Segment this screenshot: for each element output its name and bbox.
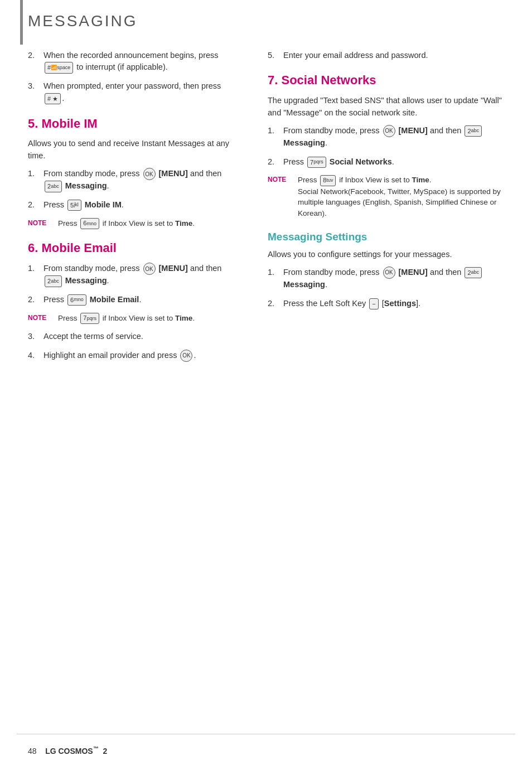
- step-number: 3.: [28, 80, 43, 93]
- intro-steps: 2. When the recorded announcement begins…: [28, 50, 240, 105]
- step-item: 2. When the recorded announcement begins…: [28, 50, 240, 74]
- step-number: 5.: [268, 50, 283, 62]
- mobile-email-note: NOTE Press 7 pqrs if Inbox View is set t…: [28, 313, 240, 324]
- step-number: 1.: [28, 263, 43, 275]
- key-2abc: 2 abc: [45, 181, 62, 192]
- note-content: Press 8 tuv if Inbox View is set to Time…: [298, 175, 515, 219]
- step-content: Enter your email address and password.: [283, 50, 515, 62]
- step-item: 4. Highlight an email provider and press…: [28, 350, 240, 362]
- step-content: Accept the terms of service.: [43, 331, 240, 343]
- step-item: 1. From standby mode, press OK [MENU] an…: [28, 168, 240, 192]
- left-accent-bar: [20, 0, 23, 45]
- step-number: 2.: [28, 294, 43, 306]
- step-number: 1.: [268, 267, 283, 279]
- hash-star-key: # 📶space: [45, 62, 73, 74]
- main-content: 2. When the recorded announcement begins…: [0, 44, 532, 380]
- section-heading-mobile-email: 6. Mobile Email: [28, 239, 240, 257]
- step-number: 3.: [28, 331, 43, 343]
- step-number: 2.: [268, 298, 283, 310]
- key-7pqrs: 7 pqrs: [80, 313, 99, 324]
- social-networks-note: NOTE Press 8 tuv if Inbox View is set to…: [268, 175, 515, 219]
- step-item: 2. Press 5 jkl Mobile IM.: [28, 199, 240, 211]
- ok-key: OK: [383, 125, 395, 137]
- step-item: 2. Press 7 pqrs Social Networks.: [268, 156, 515, 168]
- step-item: 2. Press the Left Soft Key − [Settings].: [268, 298, 515, 310]
- page-container: MESSAGING 2. When the recorded announcem…: [0, 0, 532, 765]
- step-item: 1. From standby mode, press OK [MENU] an…: [268, 267, 515, 291]
- step-number: 1.: [268, 125, 283, 137]
- step-content: Press 7 pqrs Social Networks.: [283, 156, 515, 168]
- ok-key: OK: [180, 350, 192, 362]
- step-number: 2.: [268, 156, 283, 168]
- section-social-networks: 7. Social Networks The upgraded "Text ba…: [268, 71, 515, 219]
- step-content: From standby mode, press OK [MENU] and t…: [283, 125, 515, 149]
- messaging-settings-steps: 1. From standby mode, press OK [MENU] an…: [268, 267, 515, 310]
- social-networks-steps: 1. From standby mode, press OK [MENU] an…: [268, 125, 515, 168]
- mobile-im-body: Allows you to send and receive Instant M…: [28, 138, 240, 162]
- left-column: 2. When the recorded announcement begins…: [0, 44, 257, 380]
- step-number: 1.: [28, 168, 43, 180]
- page-header: MESSAGING: [0, 0, 532, 38]
- page-title: MESSAGING: [28, 10, 510, 33]
- step-content: From standby mode, press OK [MENU] and t…: [43, 263, 240, 287]
- key-2abc: 2 abc: [45, 275, 62, 287]
- messaging-settings-body: Allows you to configure settings for you…: [268, 249, 515, 261]
- section-messaging-settings: Messaging Settings Allows you to configu…: [268, 229, 515, 310]
- note-label: NOTE: [28, 313, 55, 323]
- step-item: 5. Enter your email address and password…: [268, 50, 515, 62]
- step-content: From standby mode, press OK [MENU] and t…: [43, 168, 240, 192]
- key-8tuv: 8 tuv: [320, 175, 336, 186]
- mobile-email-extra-steps: 3. Accept the terms of service. 4. Highl…: [28, 331, 240, 362]
- right-intro-step: 5. Enter your email address and password…: [268, 50, 515, 62]
- key-6mno: 6 mno: [80, 218, 99, 229]
- step-content: From standby mode, press OK [MENU] and t…: [283, 267, 515, 291]
- note-content: Press 7 pqrs if Inbox View is set to Tim…: [58, 313, 195, 324]
- key-6mno-email: 6 mno: [67, 294, 86, 306]
- section-mobile-im: 5. Mobile IM Allows you to send and rece…: [28, 115, 240, 229]
- key-7pqrs-sn: 7 pqrs: [307, 157, 326, 168]
- step-content: When prompted, enter your password, then…: [43, 80, 240, 105]
- step-number: 2.: [28, 50, 43, 62]
- step-item: 3. Accept the terms of service.: [28, 331, 240, 343]
- ok-key: OK: [143, 263, 156, 275]
- step-item: 3. When prompted, enter your password, t…: [28, 80, 240, 105]
- step-number: 2.: [28, 199, 43, 211]
- left-soft-key: −: [369, 298, 378, 310]
- section-mobile-email: 6. Mobile Email 1. From standby mode, pr…: [28, 239, 240, 362]
- mobile-im-steps: 1. From standby mode, press OK [MENU] an…: [28, 168, 240, 211]
- note-label: NOTE: [28, 219, 55, 228]
- right-column: 5. Enter your email address and password…: [257, 44, 532, 380]
- step-number: 4.: [28, 350, 43, 362]
- section-heading-mobile-im: 5. Mobile IM: [28, 115, 240, 133]
- key-5jkl: 5 jkl: [67, 200, 81, 211]
- mobile-im-note: NOTE Press 6 mno if Inbox View is set to…: [28, 218, 240, 229]
- mobile-email-steps: 1. From standby mode, press OK [MENU] an…: [28, 263, 240, 306]
- ok-key: OK: [143, 168, 156, 180]
- footer-brand: LG COSMOS™ 2: [45, 747, 107, 756]
- footer-page-number: 48: [28, 747, 37, 756]
- step-item: 2. Press 6 mno Mobile Email.: [28, 294, 240, 306]
- step-content: When the recorded announcement begins, p…: [43, 50, 240, 74]
- page-divider: [17, 734, 515, 734]
- ok-key: OK: [383, 267, 395, 279]
- page-footer: 48 LG COSMOS™ 2: [28, 745, 107, 757]
- key-2abc: 2 abc: [465, 267, 482, 279]
- step-item: 1. From standby mode, press OK [MENU] an…: [28, 263, 240, 287]
- step-content: Press 6 mno Mobile Email.: [43, 294, 240, 306]
- hash-star-key-2: # ★: [45, 93, 61, 105]
- social-networks-body: The upgraded "Text based SNS" that allow…: [268, 95, 515, 119]
- key-2abc: 2 abc: [465, 125, 482, 137]
- step-content: Press 5 jkl Mobile IM.: [43, 199, 240, 211]
- note-label: NOTE: [268, 175, 294, 185]
- step-content: Press the Left Soft Key − [Settings].: [283, 298, 515, 310]
- note-content: Press 6 mno if Inbox View is set to Time…: [58, 218, 195, 229]
- section-heading-social-networks: 7. Social Networks: [268, 71, 515, 89]
- section-heading-messaging-settings: Messaging Settings: [268, 229, 515, 245]
- step-content: Highlight an email provider and press OK…: [43, 350, 240, 362]
- step-item: 1. From standby mode, press OK [MENU] an…: [268, 125, 515, 149]
